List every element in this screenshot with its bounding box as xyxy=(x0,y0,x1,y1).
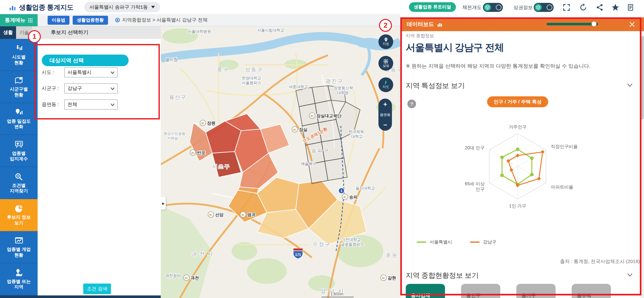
stat-button-4[interactable]: 총주택 xyxy=(572,284,611,298)
commercial-info-label: 상권정보 xyxy=(513,4,533,11)
usage-guide-button[interactable]: 이용법 xyxy=(48,16,69,25)
svg-text:171: 171 xyxy=(295,253,301,257)
panel-expand-handle[interactable]: ▶ xyxy=(161,197,166,210)
tutorial-button[interactable]: 생활업종 튜토리얼 xyxy=(409,2,456,12)
presentation-icon xyxy=(14,140,24,149)
svg-text:IC: IC xyxy=(294,128,297,131)
app-title: 생활업종 통계지도 xyxy=(19,3,73,12)
indicator-map-button[interactable]: 지표 xyxy=(378,34,393,49)
svg-text:1: 1 xyxy=(340,189,342,193)
svg-text:갈현: 갈현 xyxy=(388,276,396,280)
sidebar-item-6[interactable]: 후보지 정보보기 xyxy=(0,199,38,231)
databoard-opacity-slider[interactable] xyxy=(547,23,598,25)
cube-icon xyxy=(535,4,542,11)
svg-text:을지대학교: 을지대학교 xyxy=(356,186,375,190)
settings-button[interactable]: 설정 xyxy=(378,56,393,71)
breadcrumb: 지역종합정보 > 서울특별시 강남구 전체 xyxy=(115,17,207,23)
close-icon[interactable] xyxy=(628,20,637,29)
bar-chart-icon xyxy=(437,22,442,27)
svg-text:1,600m: 1,600m xyxy=(331,292,343,296)
top-header: 생활업종 통계지도 서울특별시 송파구 가락1동 생활업종 튜토리얼 체전개도 … xyxy=(0,0,644,14)
eupmyeondong-select[interactable]: 전체 xyxy=(64,100,118,110)
app-logo: 생활업종 통계지도 xyxy=(9,3,73,12)
svg-text:대학원: 대학원 xyxy=(337,91,349,95)
sidebar-item-3[interactable]: 업종 밀집도변화 xyxy=(0,103,38,135)
pie-chart-icon xyxy=(14,204,24,213)
chevron-down-icon[interactable] xyxy=(626,271,633,278)
stat-button-2[interactable]: 총인구 xyxy=(461,284,500,298)
condition-search-button[interactable]: 조건 검색 xyxy=(83,284,111,294)
slider-knob[interactable] xyxy=(592,22,596,26)
svg-text:서울캠퍼스: 서울캠퍼스 xyxy=(242,81,261,85)
region-note: ※ 원하는 지역을 선택하여 해당 지역의 다양한 통계정보를 확인하실 수 있… xyxy=(406,63,590,70)
stats-menu-button[interactable]: 통계메뉴 xyxy=(0,14,38,26)
tab-life[interactable]: 생활 xyxy=(0,26,16,39)
help-icon[interactable]: ? xyxy=(407,100,416,108)
pin-icon xyxy=(384,37,388,42)
sidebar-item-5[interactable]: 조건별지역찾기 xyxy=(0,167,38,199)
svg-text:가천대학교: 가천대학교 xyxy=(341,237,361,242)
panel-scrollbar-thumb[interactable] xyxy=(641,36,644,119)
business-status-button[interactable]: 생활업종현황 xyxy=(73,16,108,25)
svg-text:광진구: 광진구 xyxy=(325,78,344,84)
svg-text:IC: IC xyxy=(185,276,188,280)
sidebar-item-7[interactable]: 업종별 개업현황 xyxy=(0,231,38,263)
sidebar-item-2[interactable]: 시군구별현황 xyxy=(0,71,38,103)
svg-text:중 원: 중 원 xyxy=(386,252,397,258)
candidate-panel-title: 후보지 선택하기 xyxy=(32,26,161,39)
expanded-view-label: 체전개도 xyxy=(462,4,482,11)
target-region-header: 대상지역 선택 xyxy=(42,55,129,66)
share-icon[interactable] xyxy=(595,3,604,12)
chevron-down-icon xyxy=(151,6,155,8)
chevron-down-icon[interactable] xyxy=(626,82,633,89)
map-canvas[interactable]: 1171IC잠원IC반포IC잠실IC잠실대교북단IC선암IC염곡IC송파IC과천… xyxy=(161,26,400,298)
stat-button-1[interactable]: 총사업체 xyxy=(406,284,445,298)
svg-text:별시청: 별시청 xyxy=(165,57,178,62)
sidebar-item-1[interactable]: 시도별현황 xyxy=(0,39,38,71)
sigungu-select[interactable]: 강남구 xyxy=(64,83,118,93)
sidebar-item-8[interactable]: 업종별 뜨는지역 xyxy=(0,263,38,295)
svg-text:IC: IC xyxy=(210,213,213,216)
report-document-icon[interactable] xyxy=(626,3,635,12)
svg-text:IC: IC xyxy=(382,276,385,280)
fullscreen-icon[interactable] xyxy=(562,3,571,12)
region-title: 서울특별시 강남구 전체 xyxy=(406,41,504,54)
svg-text:IC: IC xyxy=(344,196,347,199)
base-map-button[interactable]: 지도 xyxy=(378,77,393,92)
trend-map-icon xyxy=(14,268,24,277)
databoard-header: 데이터보드 xyxy=(400,17,644,31)
svg-text:IC: IC xyxy=(311,114,314,118)
svg-text:수정구: 수정구 xyxy=(313,241,331,247)
sido-select[interactable]: 서울특별시 xyxy=(64,67,118,77)
svg-text:세종대학교: 세종대학교 xyxy=(289,84,308,89)
field-label: 시군구 : xyxy=(42,85,64,92)
svg-text:직장인구비율: 직장인구비율 xyxy=(551,144,578,149)
svg-text:글로벌캠퍼스: 글로벌캠퍼스 xyxy=(341,242,364,247)
stat-button-3[interactable]: 총가구 xyxy=(516,284,556,298)
legend-seoul: 서울특별시 xyxy=(417,239,452,245)
chevron-down-icon xyxy=(111,87,114,90)
svg-text:반포: 반포 xyxy=(197,150,205,155)
sidebar: 시도별현황시군구별현황업종 밀집도변화업종별입지계수조건별지역찾기후보지 정보보… xyxy=(0,39,38,295)
svg-text:선암: 선암 xyxy=(215,212,224,217)
commercial-info-toggle[interactable] xyxy=(534,3,554,12)
svg-text:한국체육: 한국체육 xyxy=(349,129,364,134)
form-row-eupmyeondong-select: 읍면동 :전체 xyxy=(42,100,122,110)
toggle-off-circle xyxy=(496,4,502,10)
region-dropdown[interactable]: 서울특별시 송파구 가락1동 xyxy=(84,2,160,12)
svg-text:한강시민공원: 한강시민공원 xyxy=(164,132,185,136)
tab-tech[interactable]: 기술 xyxy=(16,26,32,39)
expanded-view-toggle[interactable] xyxy=(483,3,503,12)
refresh-icon[interactable] xyxy=(579,3,588,12)
legend-swatch xyxy=(470,241,480,243)
category-pill[interactable]: 인구 / 거주 / 주택 특성 xyxy=(487,96,548,107)
svg-text:IC: IC xyxy=(242,213,245,216)
sidebar-item-4[interactable]: 업종별입지계수 xyxy=(0,135,38,167)
field-label: 시도 : xyxy=(42,69,64,75)
svg-text:장로회신학: 장로회신학 xyxy=(334,86,353,90)
zoom-in-button[interactable]: + xyxy=(383,101,387,108)
favorite-star-icon[interactable] xyxy=(611,3,620,12)
zoom-control: + 읍면동 − xyxy=(378,99,392,131)
cube-icon xyxy=(484,4,491,11)
zoom-out-button[interactable]: − xyxy=(383,122,387,128)
